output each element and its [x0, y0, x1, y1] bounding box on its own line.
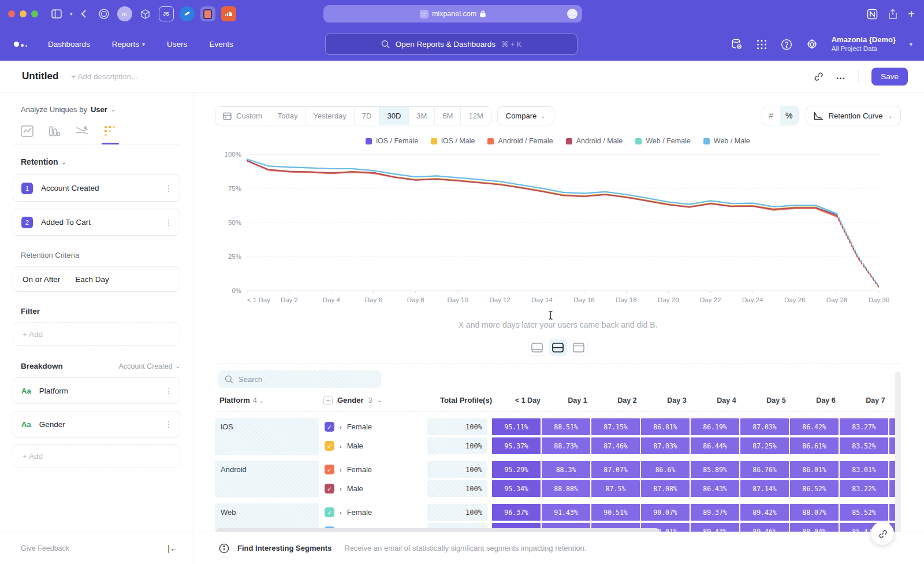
breakdown-menu-icon[interactable]: ⋮ — [165, 420, 173, 429]
close-window-icon[interactable] — [8, 10, 15, 17]
retention-value-cell[interactable]: 83.01% — [840, 461, 888, 478]
minimize-window-icon[interactable] — [20, 10, 27, 17]
project-switcher[interactable]: Amazonia {Demo} All Project Data — [832, 35, 896, 53]
day-column-header[interactable]: Day 7 — [851, 396, 900, 405]
floating-share-button[interactable] — [871, 522, 894, 545]
m-avatar-icon[interactable]: m — [117, 6, 132, 21]
retention-value-cell[interactable]: 88.51% — [542, 418, 590, 435]
apps-grid-icon[interactable] — [757, 39, 767, 50]
absolute-numbers-toggle[interactable]: # — [762, 106, 780, 125]
retention-value-cell[interactable]: 87.25% — [740, 437, 789, 454]
gender-checkbox[interactable]: ✓ — [325, 422, 334, 432]
mixpanel-logo-icon[interactable] — [14, 42, 27, 47]
soundcloud-icon[interactable] — [221, 6, 236, 21]
retention-value-cell[interactable]: 87.5% — [591, 480, 640, 497]
mixpanel-tab-icon[interactable] — [200, 6, 215, 21]
retention-value-cell[interactable]: 95.37% — [492, 437, 541, 454]
table-row[interactable]: ✓›Female100%95.29%88.3%87.07%86.6%85.89%… — [323, 461, 901, 478]
layout-split-button[interactable] — [549, 339, 567, 356]
vertical-scrollbar[interactable] — [895, 372, 901, 532]
gender-checkbox[interactable]: ✓ — [325, 507, 334, 517]
step-menu-icon[interactable]: ⋮ — [165, 218, 173, 227]
cube-icon[interactable] — [138, 6, 153, 21]
nav-item-events[interactable]: Events — [209, 40, 233, 49]
retention-value-cell[interactable]: 86.81% — [641, 418, 690, 435]
retention-value-cell[interactable]: 86.43% — [691, 480, 739, 497]
range-30d[interactable]: 30D — [379, 107, 409, 125]
retention-value-cell[interactable]: 87.07% — [591, 461, 640, 478]
retention-value-cell[interactable]: 88.88% — [542, 480, 590, 497]
retention-value-cell[interactable]: 85.89% — [691, 461, 739, 478]
retention-value-cell[interactable]: 86.01% — [790, 461, 839, 478]
collapse-sidebar-icon[interactable]: |← — [167, 544, 178, 553]
table-row[interactable]: ✓›Male100%95.37%88.73%87.46%87.03%86.44%… — [323, 437, 901, 455]
expand-chevron-icon[interactable]: › — [340, 424, 342, 431]
legend-item[interactable]: Web / Male — [703, 137, 750, 145]
day-column-header[interactable]: Day 1 — [553, 396, 602, 405]
global-search-button[interactable]: Open Reports & Dashboards ⌘ + K — [325, 34, 578, 55]
find-segments-title[interactable]: Find Interesting Segments — [237, 544, 331, 552]
range-yesterday[interactable]: Yesterday — [306, 107, 355, 125]
retention-value-cell[interactable]: 87.03% — [740, 418, 789, 435]
range-custom[interactable]: Custom — [215, 107, 270, 125]
breakdown-item[interactable]: AaPlatform⋮ — [13, 377, 180, 404]
chevron-down-icon[interactable]: ▾ — [70, 11, 73, 17]
expand-chevron-icon[interactable]: › — [340, 509, 342, 516]
retention-value-cell[interactable]: 90.51% — [591, 504, 640, 521]
retention-value-cell[interactable]: 88.07% — [790, 504, 839, 521]
retention-value-cell[interactable]: 83.27% — [840, 418, 888, 435]
sidebar-toggle-icon[interactable] — [51, 9, 62, 18]
report-title[interactable]: Untitled — [22, 70, 58, 82]
retention-value-cell[interactable]: 87.15% — [591, 418, 640, 435]
retention-chart[interactable]: 0%25%50%75%100%< 1 DayDay 2Day 4Day 6Day… — [215, 147, 901, 315]
zoom-window-icon[interactable] — [31, 10, 38, 17]
target-icon[interactable] — [96, 6, 111, 21]
retention-value-cell[interactable]: 95.29% — [492, 461, 541, 478]
criteria-interval[interactable]: Each Day — [75, 275, 109, 284]
platform-cell[interactable]: iOS — [215, 418, 319, 455]
gender-checkbox[interactable]: ✓ — [325, 484, 334, 494]
platform-column-header[interactable]: Platform4 ⌄ — [215, 396, 323, 405]
retention-value-cell[interactable]: 86.42% — [790, 418, 839, 435]
breakdown-item[interactable]: AaGender⋮ — [13, 411, 180, 437]
retention-value-cell[interactable]: 87.08% — [641, 480, 690, 497]
retention-value-cell[interactable]: 88.04% — [790, 523, 839, 532]
expand-chevron-icon[interactable]: › — [340, 466, 342, 473]
range-3m[interactable]: 3M — [409, 107, 435, 125]
save-button[interactable]: Save — [871, 68, 908, 86]
retention-step[interactable]: 1Account Created⋮ — [13, 175, 180, 202]
gender-checkbox[interactable]: ✓ — [325, 441, 334, 451]
add-breakdown-button[interactable]: + Add — [13, 444, 180, 467]
share-icon[interactable] — [888, 9, 897, 20]
criteria-mode[interactable]: On or After — [23, 275, 60, 284]
retention-value-cell[interactable]: 85.52% — [840, 504, 888, 521]
nav-item-dashboards[interactable]: Dashboards — [48, 40, 90, 49]
new-tab-icon[interactable]: + — [908, 8, 915, 21]
compare-button[interactable]: Compare⌄ — [497, 106, 554, 125]
layout-table-only-button[interactable] — [569, 339, 588, 356]
day-column-header[interactable]: Day 4 — [702, 396, 751, 405]
retention-value-cell[interactable]: 86.76% — [740, 461, 789, 478]
gender-checkbox[interactable]: ✓ — [325, 465, 334, 474]
retention-value-cell[interactable]: 90.07% — [641, 504, 690, 521]
retention-value-cell[interactable]: 95.34% — [492, 480, 541, 497]
legend-item[interactable]: Android / Female — [487, 137, 553, 145]
layout-chart-only-button[interactable] — [528, 339, 546, 356]
chart-type-select[interactable]: Retention Curve ⌄ — [806, 106, 901, 125]
retention-value-cell[interactable]: 86.19% — [691, 418, 739, 435]
expand-chevron-icon[interactable]: › — [340, 443, 342, 450]
retention-value-cell[interactable]: 96.37% — [492, 504, 541, 521]
project-chevron-icon[interactable]: ▾ — [910, 41, 912, 47]
gender-column-header[interactable]: − Gender3 ⌄ — [323, 396, 432, 405]
tab-insights[interactable] — [21, 125, 33, 144]
day-column-header[interactable]: Day 6 — [802, 396, 850, 405]
retention-value-cell[interactable]: 89.37% — [691, 504, 739, 521]
retention-value-cell[interactable]: 87.14% — [740, 480, 789, 497]
add-filter-button[interactable]: + Add — [13, 322, 180, 346]
platform-cell[interactable]: Web — [215, 503, 319, 532]
analyze-chevron-icon[interactable]: ⌄ — [111, 106, 116, 113]
table-row[interactable]: ✓›Male100%95.34%88.88%87.5%87.08%86.43%8… — [323, 480, 901, 498]
retention-criteria-card[interactable]: On or After Each Day — [13, 266, 180, 292]
range-today[interactable]: Today — [270, 107, 306, 125]
retention-value-cell[interactable]: 95.11% — [492, 418, 541, 435]
